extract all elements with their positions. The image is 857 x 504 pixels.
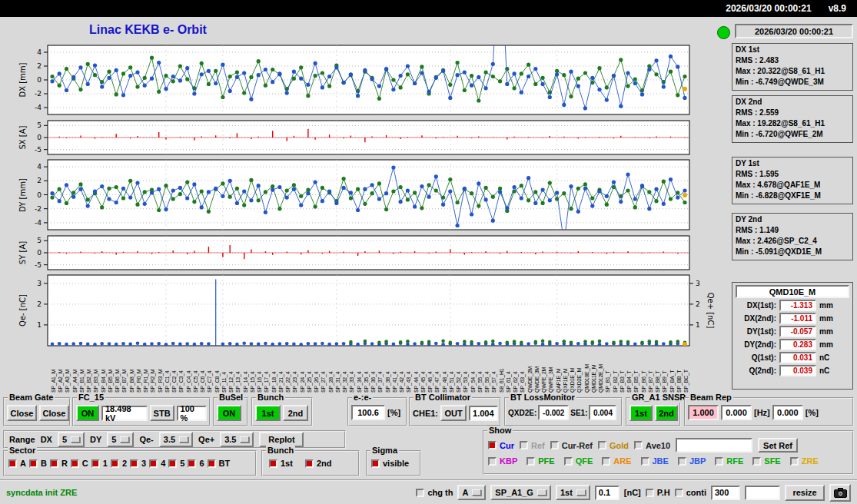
sector-checkbox-b[interactable]: B — [29, 459, 47, 468]
show-checkbox-jbp[interactable]: JBP — [678, 456, 706, 466]
bunch-checkbox-1st[interactable]: 1st — [269, 459, 293, 468]
sector-checkbox-bt[interactable]: BT — [208, 459, 231, 468]
checkbox-label: 6 — [199, 459, 204, 468]
monitor-row-label: DX(2nd): — [735, 314, 776, 323]
aux-input[interactable] — [745, 486, 780, 500]
gr-a1-snsr-group: GR_A1 SNSR 1st 2nd — [626, 397, 681, 426]
monitor-row-label: DX(1st): — [735, 301, 776, 310]
fc15-on-button[interactable]: ON — [76, 405, 99, 421]
show-checkbox-kbp[interactable]: KBP — [488, 456, 517, 466]
show-checkbox-ref[interactable]: Ref — [520, 441, 545, 450]
monitor-row: DY(2nd):0.283mm — [735, 339, 850, 350]
svg-text:0: 0 — [37, 134, 42, 141]
bunch-1st-button[interactable]: 1st — [255, 405, 281, 421]
checkbox-indicator — [646, 489, 654, 497]
set-ref-button[interactable]: Set Ref — [758, 438, 798, 453]
show-checkbox-cur-ref[interactable]: Cur-Ref — [550, 441, 593, 450]
dropdown-indicator — [537, 489, 546, 496]
sector-checkbox-a[interactable]: A — [8, 459, 26, 468]
sector-checkbox-1[interactable]: 1 — [91, 459, 108, 468]
range-dx-label: DX — [41, 435, 52, 444]
range-qem-select[interactable]: 3.5 — [159, 432, 193, 447]
bpm-label: SP_A2_M — [58, 370, 63, 393]
sector-checkbox-3[interactable]: 3 — [130, 459, 146, 468]
bpm-label: SP_11_4 — [221, 372, 227, 393]
show-checkbox-jbe[interactable]: JBE — [641, 456, 669, 466]
checkbox-label: 5 — [180, 459, 184, 468]
range-qem-value: 3.5 — [164, 435, 175, 444]
beam-gate-close-button-1[interactable]: Close — [7, 405, 37, 421]
sector-checkbox-r[interactable]: R — [50, 459, 68, 468]
sector-checkbox-5[interactable]: 5 — [168, 459, 184, 468]
checkbox-label: visible — [383, 459, 409, 468]
bpm-label: SP_63_4 — [520, 372, 525, 393]
monitor-row-unit: mm — [819, 314, 833, 323]
bpm-label: SP_37_4 — [377, 372, 383, 393]
busel-group: BuSel ON — [213, 397, 248, 426]
show-checkbox-rfe[interactable]: RFE — [715, 456, 743, 466]
show-checkbox-ave10[interactable]: Ave10 — [634, 441, 670, 450]
checkbox-label: 1st — [281, 459, 293, 468]
ref-name-input[interactable] — [676, 438, 752, 453]
timestamp-display: 2026/03/20 00:00:21 — [735, 24, 853, 38]
bunch-checkbox-2nd[interactable]: 2nd — [305, 459, 332, 468]
bpm-label: SP_42_4 — [399, 372, 404, 393]
sector-select[interactable]: A — [457, 485, 486, 500]
checkbox-label: R — [61, 459, 68, 468]
show-checkbox-zre[interactable]: ZRE — [790, 456, 819, 466]
bpm-label: SP_B1_M — [79, 370, 85, 393]
range-dy-select[interactable]: 5 — [107, 432, 134, 447]
bunch-select[interactable]: 1st — [556, 485, 590, 500]
threshold-input[interactable] — [595, 486, 619, 500]
bunch-2nd-button[interactable]: 2nd — [283, 405, 308, 421]
sector-checkbox-4[interactable]: 4 — [149, 459, 165, 468]
gr-a1-snsr-label: GR_A1 SNSR — [630, 393, 687, 403]
range-dx-select[interactable]: 5 — [58, 432, 85, 447]
sector-checkbox-c[interactable]: C — [71, 459, 88, 468]
sector-checkbox-6[interactable]: 6 — [188, 459, 204, 468]
sector-checkbox-2[interactable]: 2 — [111, 459, 127, 468]
device-select[interactable]: SP_A1_G — [490, 485, 551, 500]
show-checkbox-are[interactable]: ARE — [602, 456, 631, 466]
svg-text:4: 4 — [37, 48, 42, 56]
show-checkbox-cur[interactable]: Cur — [488, 441, 514, 450]
svg-text:SY [A]: SY [A] — [18, 241, 27, 264]
resize-button[interactable]: resize — [785, 485, 825, 501]
range-qep-select[interactable]: 3.5 — [220, 432, 254, 447]
beam-gate-close-button-2[interactable]: Close — [39, 405, 69, 421]
sigma-visible-checkbox[interactable]: visible — [371, 459, 409, 468]
replot-button[interactable]: Replot — [259, 432, 304, 447]
range-qep-label: Qe+ — [198, 435, 214, 444]
sector-select-value: A — [462, 488, 468, 497]
bpm-label: SP_C2_4 — [171, 370, 177, 393]
orbit-plots: 420-2-4DX [mm]50-5SX [A]420-2-4DY [mm]50… — [0, 0, 722, 400]
snapshot-button[interactable] — [829, 484, 851, 502]
svg-text:-5: -5 — [35, 146, 42, 154]
se1-value-display: 0.004 — [589, 405, 616, 420]
conti-checkbox[interactable]: conti — [675, 488, 706, 497]
monitor-title: QMD10E_M — [736, 285, 849, 298]
che1-out-button[interactable]: OUT — [440, 405, 467, 421]
checkbox-indicator — [188, 459, 196, 468]
show-checkbox-sfe[interactable]: SFE — [752, 456, 780, 466]
stat-rms: RMS : 2.483 — [736, 55, 849, 66]
bpm-label: SP_B6_M — [115, 370, 120, 393]
count-input[interactable] — [711, 486, 740, 500]
bpm-label: SP_27_4 — [321, 372, 326, 393]
show-row-2: KBPPFEQFEAREJBEJBPRFESFEZRE — [484, 453, 852, 466]
busel-on-button[interactable]: ON — [217, 405, 241, 421]
fc15-stb-button[interactable]: STB — [150, 405, 174, 421]
monitor-row-unit: nC — [819, 353, 829, 362]
bpm-label: SP_36_4 — [370, 372, 376, 393]
show-checkbox-pfe[interactable]: PFE — [526, 456, 554, 466]
range-qep-value: 3.5 — [224, 435, 236, 444]
show-checkbox-gold[interactable]: Gold — [598, 441, 629, 450]
ph-checkbox[interactable]: P.H — [646, 488, 670, 497]
beam-rep-pct-unit: [%] — [806, 408, 819, 417]
gr-a1-1st-button[interactable]: 1st — [629, 405, 653, 421]
bpm-label: QWDE_2M — [527, 366, 533, 393]
gr-a1-2nd-button[interactable]: 2nd — [655, 405, 678, 421]
show-checkbox-qfe[interactable]: QFE — [564, 456, 593, 466]
svg-text:5: 5 — [37, 121, 42, 129]
chg-th-checkbox[interactable]: chg th — [416, 488, 453, 497]
